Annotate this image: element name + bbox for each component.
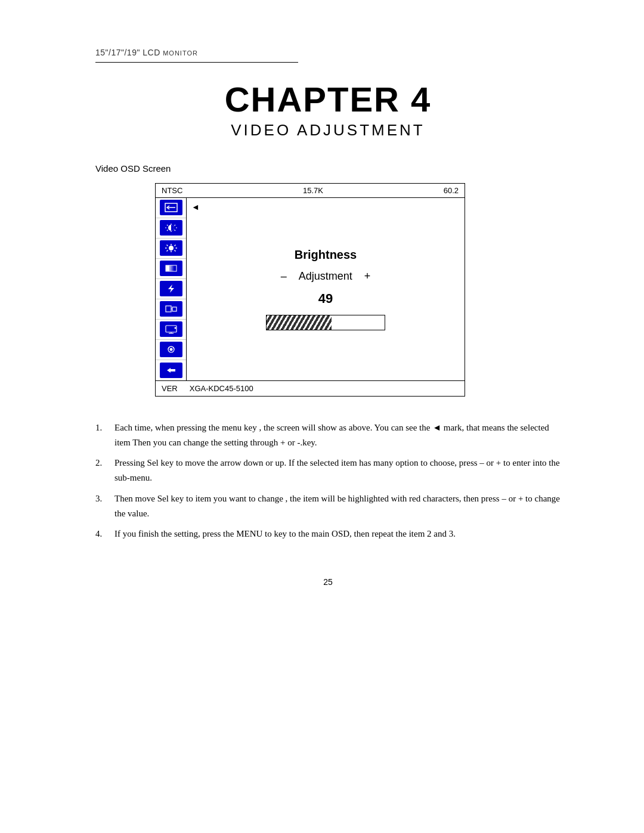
list-num-2: 2. [95, 456, 107, 485]
osd-ver-label: VER [162, 384, 178, 393]
svg-rect-19 [172, 307, 177, 311]
svg-point-23 [174, 327, 176, 329]
osd-icon-color [156, 279, 186, 299]
osd-minus: – [281, 270, 287, 283]
osd-freq: 15.7K [303, 186, 323, 195]
osd-progress-bar [266, 315, 385, 330]
osd-icon-display [156, 320, 186, 340]
osd-icon-brightness [156, 218, 186, 239]
svg-line-8 [166, 245, 168, 246]
svg-rect-20 [166, 326, 177, 332]
list-num-4: 4. [95, 527, 107, 541]
divider [95, 62, 298, 63]
osd-brightness-title: Brightness [295, 248, 357, 262]
osd-icon-sun [156, 239, 186, 259]
svg-rect-16 [172, 265, 174, 271]
osd-main: ◄ Brightness – Adjustment + 49 [156, 198, 465, 380]
list-text-1: Each time, when pressing the menu key , … [114, 420, 561, 450]
list-num-1: 1. [95, 420, 107, 450]
osd-adjustment-row: – Adjustment + [281, 270, 371, 283]
monitor-label: 15"/17"/19" LCD [95, 48, 160, 57]
osd-value: 49 [318, 291, 333, 306]
list-text-2: Pressing Sel key to move the arrow down … [114, 456, 561, 485]
chapter-title: CHAPTER 4 [95, 80, 561, 119]
input-icon [160, 200, 182, 215]
list-num-3: 3. [95, 491, 107, 521]
osd-ver-value: XGA-KDC45-5100 [190, 384, 253, 393]
list-item: 3. Then move Sel key to item you want to… [95, 491, 561, 521]
body-list: 1. Each time, when pressing the menu key… [95, 420, 561, 541]
svg-point-3 [169, 246, 174, 250]
svg-rect-18 [166, 306, 171, 312]
list-item: 4. If you finish the setting, press the … [95, 527, 561, 541]
brightness-icon [160, 220, 182, 236]
osd-icon-geometry [156, 299, 186, 320]
svg-point-25 [169, 348, 172, 351]
list-text-3: Then move Sel key to item you want to ch… [114, 491, 561, 521]
header-label: 15"/17"/19" LCD Monitor [95, 48, 561, 57]
monitor-suffix: Monitor [163, 49, 198, 57]
svg-rect-15 [171, 265, 172, 271]
osd-arrow: ◄ [191, 203, 200, 212]
osd-ntsc: NTSC [162, 186, 182, 195]
svg-line-10 [174, 245, 175, 246]
osd-icon-input [156, 198, 186, 218]
svg-marker-17 [168, 284, 174, 293]
osd-screen: NTSC 15.7K 60.2 [155, 183, 465, 397]
svg-line-11 [166, 250, 168, 252]
contrast-icon [160, 261, 182, 276]
osd-sidebar [156, 198, 187, 380]
list-item: 2. Pressing Sel key to move the arrow do… [95, 456, 561, 485]
osd-bottom-bar: VER XGA-KDC45-5100 [156, 380, 465, 396]
osd-hz: 60.2 [444, 186, 459, 195]
svg-line-9 [174, 250, 175, 252]
osd-icon-osd [156, 340, 186, 360]
osd-content: ◄ Brightness – Adjustment + 49 [187, 198, 465, 380]
osd-icon-contrast [156, 259, 186, 279]
osd-adjustment-label: Adjustment [299, 270, 352, 283]
display-icon [160, 321, 182, 337]
color-icon [160, 281, 182, 296]
osd-progress-filled [267, 315, 332, 330]
svg-rect-14 [169, 265, 171, 271]
list-text-4: If you finish the setting, press the MEN… [114, 527, 561, 541]
geometry-icon [160, 301, 182, 317]
osd-top-bar: NTSC 15.7K 60.2 [156, 184, 465, 198]
chapter-heading: CHAPTER 4 VIDEO ADJUSTMENT [95, 80, 561, 140]
osd-icon-exit [156, 360, 186, 380]
section-label: Video OSD Screen [95, 163, 561, 174]
chapter-subtitle: VIDEO ADJUSTMENT [95, 121, 561, 140]
sun-icon [160, 240, 182, 256]
exit-icon [160, 363, 182, 378]
svg-rect-13 [166, 265, 169, 271]
osd-plus: + [364, 270, 371, 283]
osd-progress-empty [332, 315, 385, 330]
page: 15"/17"/19" LCD Monitor CHAPTER 4 VIDEO … [0, 0, 644, 833]
list-item: 1. Each time, when pressing the menu key… [95, 420, 561, 450]
osd-settings-icon [160, 342, 182, 357]
page-number: 25 [95, 577, 561, 587]
